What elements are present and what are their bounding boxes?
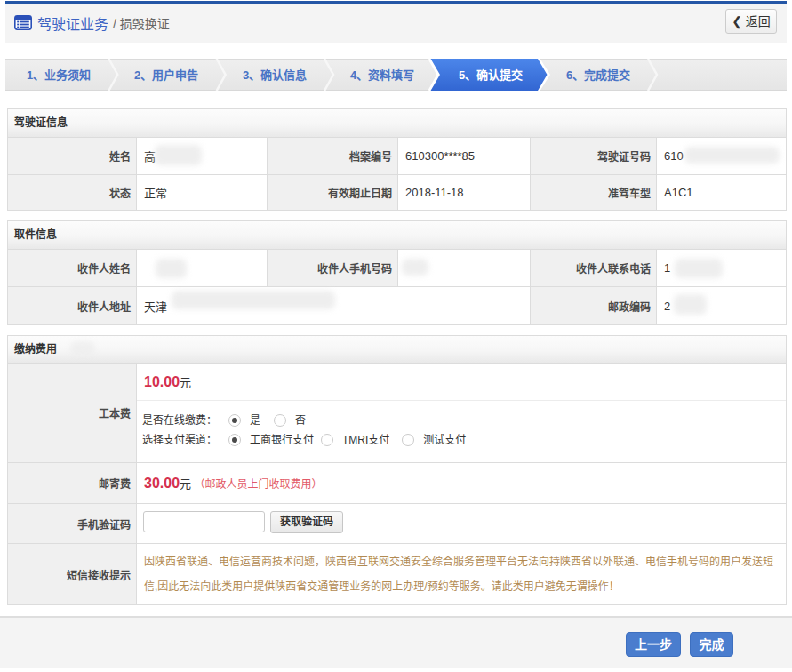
svg-text:5、确认提交: 5、确认提交	[459, 68, 523, 82]
svg-text:2、用户申告: 2、用户申告	[134, 68, 198, 82]
svg-text:6、完成提交: 6、完成提交	[566, 68, 630, 82]
svg-text:4、资料填写: 4、资料填写	[350, 68, 414, 82]
svg-text:1、业务须知: 1、业务须知	[27, 68, 91, 82]
svg-text:3、确认信息: 3、确认信息	[243, 68, 307, 82]
